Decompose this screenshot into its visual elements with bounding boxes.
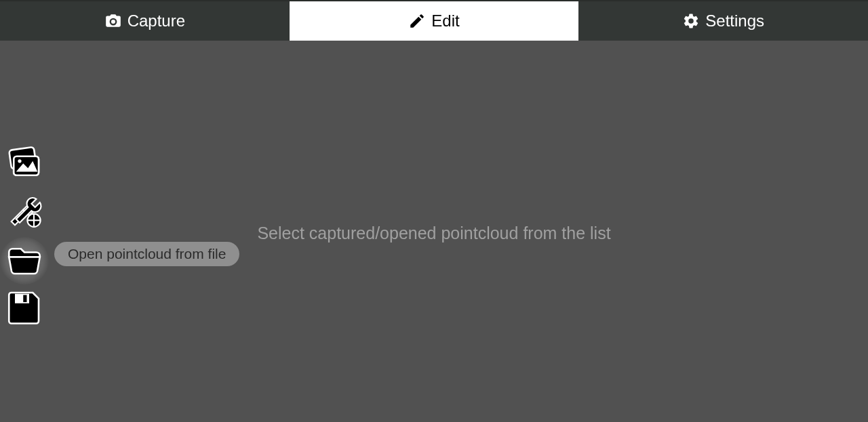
open-file-tooltip: Open pointcloud from file	[54, 242, 239, 266]
tab-edit-label: Edit	[431, 12, 459, 30]
main-viewport: Select captured/opened pointcloud from t…	[0, 41, 868, 422]
tab-settings-label: Settings	[705, 12, 764, 30]
gear-icon	[682, 12, 700, 30]
save-button[interactable]	[0, 284, 49, 332]
tab-bar: Capture Edit Settings	[0, 0, 868, 41]
tab-capture-label: Capture	[127, 12, 185, 30]
placeholder-message: Select captured/opened pointcloud from t…	[0, 224, 868, 243]
tools-icon	[5, 193, 43, 234]
side-toolbar	[0, 142, 49, 332]
svg-rect-8	[23, 295, 26, 303]
open-file-button[interactable]	[0, 237, 49, 284]
open-file-icon	[5, 240, 43, 281]
camera-icon	[104, 12, 122, 30]
tab-settings[interactable]: Settings	[578, 1, 868, 41]
svg-rect-7	[15, 294, 29, 303]
svg-point-3	[18, 159, 21, 163]
images-icon	[5, 146, 43, 186]
images-button[interactable]	[0, 142, 49, 190]
tools-button[interactable]	[0, 190, 49, 237]
tab-capture[interactable]: Capture	[0, 1, 290, 41]
save-icon	[5, 288, 43, 329]
svg-rect-2	[14, 156, 39, 175]
tab-edit[interactable]: Edit	[290, 1, 579, 41]
pencil-icon	[408, 12, 426, 30]
